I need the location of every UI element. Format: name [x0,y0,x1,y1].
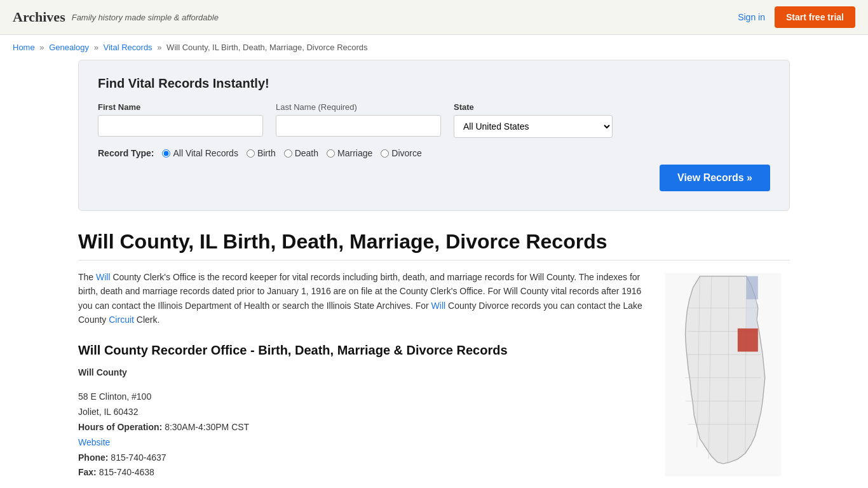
sign-in-link[interactable]: Sign in [738,12,765,22]
content-area: The Will County Clerk's Office is the re… [78,270,790,488]
state-select[interactable]: All United States Alabama Alaska Illinoi… [454,115,613,138]
address: 58 E Clinton, #100 Joliet, IL 60432 Hour… [78,390,644,480]
search-title: Find Vital Records Instantly! [98,76,770,91]
record-type-marriage[interactable]: Marriage [327,148,372,158]
last-name-input[interactable] [276,115,441,137]
circuit-link[interactable]: Circuit [109,315,134,325]
will-link2[interactable]: Will [431,301,446,311]
first-name-field: First Name [98,102,263,137]
svg-rect-11 [738,329,758,352]
header-right: Sign in Start free trial [738,6,855,28]
radio-divorce[interactable] [381,149,389,158]
breadcrumb-genealogy[interactable]: Genealogy [49,43,89,52]
header-left: Archives Family history made simple & af… [13,9,219,25]
record-type-birth[interactable]: Birth [247,148,276,158]
breadcrumb-sep3: » [157,43,161,52]
illinois-map [663,273,783,470]
record-type-death[interactable]: Death [284,148,318,158]
record-type-label: Record Type: [98,148,154,158]
radio-birth[interactable] [247,149,255,158]
header: Archives Family history made simple & af… [0,0,868,35]
view-records-row: View Records » [98,165,770,191]
state-label: State [454,102,613,112]
radio-all[interactable] [162,149,170,158]
content-paragraph: The Will County Clerk's Office is the re… [78,270,644,327]
will-link[interactable]: Will [96,272,111,282]
svg-rect-13 [747,299,757,329]
breadcrumb-current: Will County, IL Birth, Death, Marriage, … [166,43,367,52]
main-content: Find Vital Records Instantly! First Name… [65,60,803,488]
breadcrumb-home[interactable]: Home [13,43,35,52]
svg-rect-12 [747,276,758,300]
first-name-label: First Name [98,102,263,112]
record-type-divorce[interactable]: Divorce [381,148,421,158]
office-name: Will County [78,365,644,381]
start-trial-button[interactable]: Start free trial [775,6,855,28]
breadcrumb-sep2: » [94,43,98,52]
search-fields: First Name Last Name (Required) State Al… [98,102,770,138]
state-field: State All United States Alabama Alaska I… [454,102,613,138]
last-name-label: Last Name (Required) [276,102,441,112]
breadcrumb-vital-records[interactable]: Vital Records [104,43,153,52]
website-link[interactable]: Website [78,437,110,447]
search-box: Find Vital Records Instantly! First Name… [78,60,790,211]
record-type-all[interactable]: All Vital Records [162,148,238,158]
tagline: Family history made simple & affordable [72,13,219,22]
map-container [663,273,790,488]
recorder-section-title: Will County Recorder Office - Birth, Dea… [78,343,644,358]
logo: Archives [13,9,65,25]
radio-death[interactable] [284,149,292,158]
content-text: The Will County Clerk's Office is the re… [78,270,644,488]
recorder-section: Will County Recorder Office - Birth, Dea… [78,343,644,481]
record-type-row: Record Type: All Vital Records Birth Dea… [98,148,770,158]
radio-marriage[interactable] [327,149,335,158]
breadcrumb: Home » Genealogy » Vital Records » Will … [0,35,868,60]
breadcrumb-sep: » [39,43,44,52]
last-name-field: Last Name (Required) [276,102,441,137]
page-title: Will County, IL Birth, Death, Marriage, … [78,230,790,261]
first-name-input[interactable] [98,115,263,137]
view-records-button[interactable]: View Records » [660,165,770,191]
